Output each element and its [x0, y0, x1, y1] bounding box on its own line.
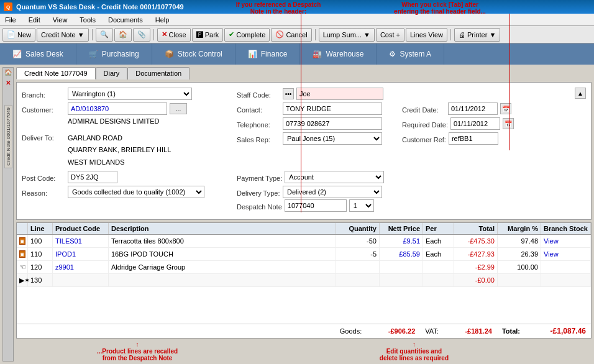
cost-plus-button[interactable]: Cost + — [376, 28, 404, 42]
col-margin: Margin % — [498, 223, 541, 234]
menu-view[interactable]: View — [50, 16, 70, 24]
address-line-3: WEST MIDLANDS — [68, 157, 171, 168]
despatch-note-seq[interactable]: 1 — [349, 199, 374, 212]
reason-select[interactable]: Goods collected due to quality (1002) — [68, 186, 204, 198]
despatch-note-input[interactable] — [285, 199, 347, 212]
complete-button[interactable]: ✔ Complete — [224, 28, 270, 42]
table-row: ▣ 110 IPOD1 16BG IPOD TOUCH -5 £85.59 Ea… — [17, 248, 591, 261]
customer-row: Customer: ... Contact: Credit Date: 📅 — [22, 102, 586, 115]
required-date-cal-button[interactable]: 📅 — [503, 118, 514, 129]
deliver-to-row: Deliver To: GARLAND ROAD QUARRY BANK, BR… — [22, 132, 586, 168]
menu-documents[interactable]: Documents — [106, 16, 145, 24]
credit-note-button[interactable]: Credit Note ▼ — [37, 28, 89, 42]
total-label: Total: — [502, 327, 520, 335]
row-icon-1: ▣ — [17, 235, 28, 247]
tab-diary[interactable]: Diary — [96, 67, 128, 80]
vat-value: -£181.24 — [449, 327, 492, 335]
customer-ref-input[interactable] — [449, 132, 498, 145]
sidebar-close-icon[interactable]: ✕ — [6, 80, 11, 86]
delivery-type-select[interactable]: Delivered (2) — [283, 186, 382, 198]
menu-tools[interactable]: Tools — [77, 16, 98, 24]
purchasing-icon: 🛒 — [89, 50, 98, 58]
nav-warehouse[interactable]: 🏭 Warehouse — [300, 43, 377, 65]
goods-label: Goods: — [340, 327, 362, 335]
cancel-button[interactable]: 🚫 Cancel — [271, 28, 311, 42]
search-button[interactable]: 🔍 — [96, 28, 113, 42]
new-button[interactable]: 📄 New — [2, 28, 35, 42]
cancel-icon: 🚫 — [275, 30, 284, 39]
nett-price-3[interactable] — [380, 261, 423, 273]
required-date-input[interactable] — [450, 117, 500, 130]
table-row: ☜ 120 z9901 Aldridge Carriage Group -£2.… — [17, 261, 591, 274]
collapse-header-button[interactable]: ▲ — [575, 88, 586, 99]
nett-price-2[interactable]: £85.59 — [380, 248, 423, 260]
postcode-input[interactable] — [68, 171, 117, 183]
branch-stock-1[interactable]: View — [541, 235, 591, 247]
branch-select[interactable]: Warrington (1) — [68, 88, 192, 100]
vertical-credit-note-label: Credit Note 0001/1077049 — [4, 105, 12, 168]
nett-price-4[interactable] — [380, 274, 423, 286]
per-2: Each — [423, 248, 454, 260]
warehouse-icon: 🏭 — [313, 50, 322, 58]
product-code-1[interactable]: TILES01 — [53, 235, 109, 247]
line-4[interactable]: 130 — [28, 274, 53, 286]
telephone-input[interactable] — [283, 117, 382, 130]
quantity-2[interactable]: -5 — [336, 248, 380, 260]
left-sidebar: 🏠 ✕ Credit Note 0001/1077049 — [2, 67, 14, 362]
staff-code-dots-button[interactable]: ••• — [283, 88, 294, 99]
row-icon-3: ☜ — [17, 261, 28, 273]
product-code-2[interactable]: IPOD1 — [53, 248, 109, 260]
tab-documentation[interactable]: Documentation — [127, 67, 190, 80]
nav-finance[interactable]: 📊 Finance — [235, 43, 301, 65]
address-block: GARLAND ROAD QUARRY BANK, BRIERLEY HILL … — [68, 132, 171, 168]
product-grid: Line Product Code Description Quantity N… — [16, 222, 592, 339]
col-icon — [17, 223, 28, 234]
goods-value: -£906.22 — [372, 327, 415, 335]
customer-lookup-button[interactable]: ... — [170, 103, 187, 114]
park-button[interactable]: 🅿 Park — [192, 28, 224, 42]
sidebar-home-icon[interactable]: 🏠 — [4, 69, 12, 76]
park-icon: 🅿 — [196, 31, 203, 39]
row-prefix-4: ▶✶ — [17, 274, 28, 286]
quantity-4[interactable] — [336, 274, 380, 286]
product-code-4[interactable] — [53, 274, 109, 286]
nav-system[interactable]: ⚙ System A — [377, 43, 444, 65]
nav-stock-control[interactable]: 📦 Stock Control — [152, 43, 235, 65]
lines-view-button[interactable]: Lines View — [406, 28, 447, 42]
nav-purchasing[interactable]: 🛒 Purchasing — [76, 43, 152, 65]
nett-price-1[interactable]: £9.51 — [380, 235, 423, 247]
attach-button[interactable]: 📎 — [133, 28, 150, 42]
despatch-note-row: Despatch Note 1 — [22, 199, 586, 212]
nav-sales-desk[interactable]: 📈 Sales Desk — [0, 43, 76, 65]
credit-date-input[interactable] — [448, 102, 498, 115]
total-4: -£0.00 — [454, 274, 498, 286]
branch-stock-2[interactable]: View — [541, 248, 591, 260]
margin-4 — [498, 274, 541, 286]
tab-credit-note[interactable]: Credit Note 1077049 — [16, 67, 96, 80]
lump-sum-button[interactable]: Lump Sum... ▼ — [319, 28, 375, 42]
grid-body: ▣ 100 TILES01 Terracotta tiles 800x800 -… — [17, 235, 591, 324]
table-row: ▣ 100 TILES01 Terracotta tiles 800x800 -… — [17, 235, 591, 248]
contact-input[interactable] — [283, 102, 382, 115]
menu-file[interactable]: File — [2, 16, 19, 24]
menu-edit[interactable]: Edit — [26, 16, 43, 24]
despatch-note-label: Despatch Note — [237, 201, 282, 211]
footer-totals: Goods: -£906.22 VAT: -£181.24 Total: -£1… — [17, 324, 591, 338]
menu-help[interactable]: Help — [153, 16, 172, 24]
quantity-1[interactable]: -50 — [336, 235, 380, 247]
product-code-3[interactable]: z9901 — [53, 261, 109, 273]
quantity-3[interactable] — [336, 261, 380, 273]
col-per: Per — [423, 223, 454, 234]
bottom-annotations: ↑ ...Product lines are recalled from the… — [16, 341, 592, 362]
payment-type-select[interactable]: Account — [285, 171, 384, 183]
customer-label: Customer: — [22, 104, 65, 114]
printer-button[interactable]: 🖨 Printer ▼ — [454, 28, 500, 42]
form-tabs: Credit Note 1077049 Diary Documentation — [16, 67, 592, 80]
separator-2 — [153, 29, 154, 40]
home-button[interactable]: 🏠 — [114, 28, 132, 42]
customer-input[interactable] — [68, 102, 167, 115]
staff-code-input[interactable] — [296, 88, 383, 100]
contact-label: Contact: — [237, 104, 280, 114]
close-button[interactable]: ✕ Close — [157, 28, 191, 42]
sales-rep-select[interactable]: Paul Jones (15) — [283, 132, 382, 145]
